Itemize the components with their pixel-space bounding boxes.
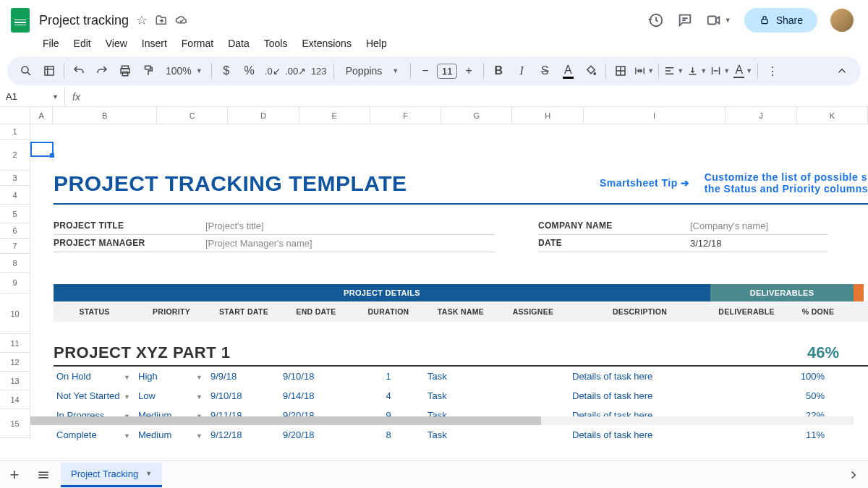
dropdown-caret-icon[interactable]: ▼: [196, 432, 203, 440]
task-duration[interactable]: 4: [352, 390, 425, 401]
col-header-G[interactable]: G: [441, 107, 512, 124]
name-box[interactable]: A1▼: [0, 87, 65, 106]
increase-decimal-icon[interactable]: .00↗: [286, 61, 306, 81]
formula-bar[interactable]: [88, 87, 868, 106]
task-description[interactable]: Details of task here: [569, 371, 710, 382]
row-header-7[interactable]: 7: [0, 239, 30, 254]
task-start[interactable]: 9/9/18: [208, 371, 280, 382]
col-header-A[interactable]: A: [30, 107, 53, 124]
horizontal-align-icon[interactable]: ▼: [663, 61, 684, 81]
task-row[interactable]: On Hold▼High▼9/9/189/10/181TaskDetails o…: [54, 367, 868, 386]
search-icon[interactable]: [16, 61, 36, 81]
text-color-icon[interactable]: A: [558, 61, 578, 81]
row-header-2[interactable]: 2: [0, 140, 30, 171]
move-icon[interactable]: [155, 12, 168, 28]
dropdown-caret-icon[interactable]: ▼: [196, 393, 203, 401]
task-status[interactable]: Complete▼: [54, 429, 135, 440]
collapse-toolbar-icon[interactable]: [832, 61, 852, 81]
row-header-9[interactable]: 9: [0, 273, 30, 294]
star-icon[interactable]: ☆: [136, 12, 148, 28]
col-header-H[interactable]: H: [512, 107, 583, 124]
info-value[interactable]: [Company's name]: [690, 221, 768, 231]
increase-font-icon[interactable]: +: [459, 61, 479, 81]
account-avatar[interactable]: [830, 9, 854, 32]
row-header-4[interactable]: 4: [0, 186, 30, 205]
add-sheet-icon[interactable]: +: [0, 461, 29, 489]
comments-icon[interactable]: [677, 12, 693, 28]
task-duration[interactable]: 8: [352, 429, 425, 440]
row-header-8[interactable]: 8: [0, 254, 30, 273]
col-header-D[interactable]: D: [228, 107, 299, 124]
row-header-14[interactable]: 14: [0, 390, 30, 409]
task-row[interactable]: Complete▼Medium▼9/12/189/20/188TaskDetai…: [54, 425, 868, 445]
info-value[interactable]: [Project's title]: [205, 221, 264, 231]
percent-icon[interactable]: %: [239, 61, 260, 81]
task-priority[interactable]: Medium▼: [135, 429, 208, 440]
row-header-3[interactable]: 3: [0, 171, 30, 186]
col-header-K[interactable]: K: [797, 107, 868, 124]
task-status[interactable]: On Hold▼: [54, 371, 135, 382]
task-status[interactable]: Not Yet Started▼: [54, 390, 135, 401]
select-all-corner[interactable]: [0, 107, 30, 124]
document-title[interactable]: Project tracking: [39, 13, 129, 28]
text-wrap-icon[interactable]: ▼: [710, 61, 730, 81]
sheet-tab-menu-icon[interactable]: ▼: [145, 470, 152, 477]
col-header-E[interactable]: E: [299, 107, 370, 124]
menu-extensions[interactable]: Extensions: [295, 35, 357, 52]
task-pct[interactable]: 11%: [783, 429, 854, 440]
print-icon[interactable]: [115, 61, 135, 81]
row-header-12[interactable]: 12: [0, 353, 30, 372]
task-pct[interactable]: 50%: [783, 390, 854, 401]
vertical-align-icon[interactable]: ▼: [686, 61, 707, 81]
row-header-13[interactable]: 13: [0, 372, 30, 390]
task-task[interactable]: Task: [425, 371, 497, 382]
sheet-tab[interactable]: Project Tracking ▼: [61, 463, 162, 487]
dropdown-caret-icon[interactable]: ▼: [124, 432, 130, 440]
row-col-icon[interactable]: [39, 61, 59, 81]
task-end[interactable]: 9/20/18: [280, 429, 352, 440]
task-description[interactable]: Details of task here: [569, 390, 710, 401]
col-header-B[interactable]: B: [53, 107, 157, 124]
row-header-10[interactable]: 10: [0, 294, 30, 334]
text-rotation-icon[interactable]: A▼: [733, 61, 753, 81]
menu-format[interactable]: Format: [175, 35, 220, 52]
col-header-J[interactable]: J: [726, 107, 796, 124]
col-header-F[interactable]: F: [370, 107, 441, 124]
task-pct[interactable]: 100%: [783, 371, 854, 382]
row-header-1[interactable]: 1: [0, 124, 30, 140]
row-header-15[interactable]: 15: [0, 409, 30, 438]
menu-insert[interactable]: Insert: [135, 35, 174, 52]
col-header-C[interactable]: C: [157, 107, 228, 124]
dropdown-caret-icon[interactable]: ▼: [196, 374, 203, 381]
menu-edit[interactable]: Edit: [67, 35, 98, 52]
cloud-saved-icon[interactable]: [175, 12, 188, 28]
decrease-font-icon[interactable]: −: [415, 61, 435, 81]
history-icon[interactable]: [648, 12, 664, 28]
row-header-5[interactable]: 5: [0, 205, 30, 223]
meet-icon[interactable]: ▼: [706, 12, 731, 28]
explore-icon[interactable]: [839, 468, 868, 481]
info-value[interactable]: 3/12/18: [690, 238, 721, 249]
decrease-decimal-icon[interactable]: .0↙: [263, 61, 283, 81]
dropdown-caret-icon[interactable]: ▼: [124, 374, 130, 381]
redo-icon[interactable]: [92, 61, 112, 81]
more-formats-icon[interactable]: 123: [309, 61, 329, 81]
task-description[interactable]: Details of task here: [569, 429, 710, 440]
menu-view[interactable]: View: [99, 35, 134, 52]
row-header-6[interactable]: 6: [0, 223, 30, 239]
bold-icon[interactable]: B: [488, 61, 509, 81]
col-header-I[interactable]: I: [584, 107, 726, 124]
task-duration[interactable]: 1: [352, 371, 425, 382]
task-task[interactable]: Task: [425, 390, 497, 401]
horizontal-scrollbar[interactable]: [30, 416, 854, 425]
active-cell[interactable]: [30, 142, 54, 157]
zoom-dropdown[interactable]: 100%▼: [161, 65, 207, 77]
task-task[interactable]: Task: [425, 429, 497, 440]
borders-icon[interactable]: [610, 61, 631, 81]
task-priority[interactable]: Low▼: [135, 390, 208, 401]
dropdown-caret-icon[interactable]: ▼: [124, 393, 130, 401]
smartsheet-tip-link[interactable]: Smartsheet Tip ➔: [600, 171, 705, 189]
fill-color-icon[interactable]: [581, 61, 601, 81]
menu-help[interactable]: Help: [359, 35, 393, 52]
currency-icon[interactable]: $: [216, 61, 237, 81]
